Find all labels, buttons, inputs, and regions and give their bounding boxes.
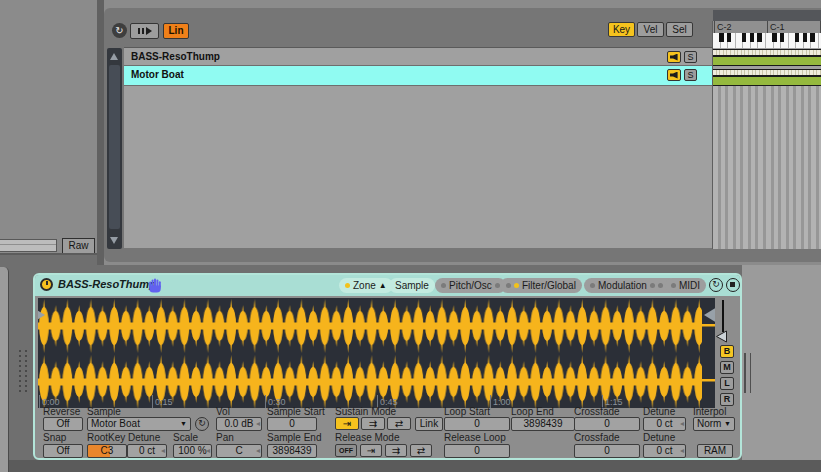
drag-arrow-icon: ◂ <box>161 446 165 456</box>
tab-sample[interactable]: Sample <box>389 278 435 293</box>
lin-fade-mode-button[interactable]: Lin <box>163 23 189 39</box>
octave-ruler[interactable]: C-2 C-1 C0 <box>713 21 821 33</box>
key-columns-background <box>713 86 821 249</box>
sustain-no-loop-button[interactable]: ⇥ <box>335 417 359 430</box>
vol-label: Vol <box>216 406 230 417</box>
ram-button[interactable]: RAM <box>697 444 733 458</box>
key-zone-range[interactable] <box>713 76 821 86</box>
interpol-selector[interactable]: Norm ▼ <box>693 417 735 431</box>
reverse-label: Reverse <box>43 406 80 417</box>
drag-arrow-icon: ◂ <box>256 419 260 429</box>
tab-midi[interactable]: MIDI <box>665 278 706 293</box>
waveform <box>38 298 715 408</box>
crossfade2-field[interactable]: 0 <box>574 444 640 458</box>
scrollbar-thumb[interactable] <box>109 65 120 229</box>
zone-row-name: Motor Boat <box>131 69 184 80</box>
collapse-zone-icon: ▲ <box>379 281 387 290</box>
release-loop-field[interactable]: 0 <box>444 444 510 458</box>
indicator-dot-active <box>514 283 519 288</box>
rootkey-field[interactable]: C3 <box>87 444 127 458</box>
release-off-button[interactable]: OFF <box>335 444 357 457</box>
reverse-toggle[interactable]: Off <box>43 417 83 431</box>
piano-keyboard[interactable] <box>713 33 821 48</box>
device-activator-icon[interactable] <box>40 278 53 291</box>
vol-field[interactable]: 0.0 dB◂ <box>216 417 262 431</box>
below-browser-area <box>0 255 97 265</box>
device-title-drag-handle[interactable] <box>19 350 27 392</box>
waveform-zoom-slider[interactable] <box>722 300 724 332</box>
detune2-field[interactable]: 0 ct◂ <box>643 444 686 458</box>
drag-arrow-icon: ◂ <box>206 446 210 456</box>
browser-preview-scrub-bar[interactable] <box>0 239 57 252</box>
auto-select-button[interactable] <box>130 23 159 39</box>
channel-right-button[interactable]: R <box>720 393 734 406</box>
zone-audition-button[interactable] <box>667 51 681 63</box>
channel-left-button[interactable]: L <box>720 377 734 390</box>
zone-scrollbar[interactable] <box>107 48 122 249</box>
dropdown-arrow-icon: ▼ <box>180 418 187 430</box>
indicator-dot <box>441 283 446 288</box>
device-title-bar[interactable]: BASS-ResoThump Zone ▲ <box>35 275 740 296</box>
sustain-pingpong-button[interactable]: ⇄ <box>387 417 411 430</box>
tab-pitch-osc-label: Pitch/Osc <box>449 280 492 291</box>
indicator-dot <box>658 283 663 288</box>
vel-zone-tab[interactable]: Vel <box>637 22 664 37</box>
sample-end-marker[interactable] <box>704 307 715 323</box>
preview-progress-line <box>0 244 56 245</box>
release-loop-label: Release Loop <box>444 432 506 443</box>
scroll-down-icon[interactable] <box>110 237 118 244</box>
device-view-resize-handle[interactable] <box>744 353 751 393</box>
sample-waveform-display[interactable]: 0:00 0:15 0:30 0:45 1:00 1:15 <box>38 298 715 408</box>
sample-selector[interactable]: Motor Boat ▼ <box>87 417 191 431</box>
hotswap-icon[interactable]: ↻ <box>112 23 127 38</box>
zone-row-selected[interactable]: Motor Boat S <box>124 66 713 86</box>
channel-mono-button[interactable]: M <box>720 361 734 374</box>
snap-toggle[interactable]: Off <box>43 444 83 458</box>
crossfade-field[interactable]: 0 <box>574 417 640 431</box>
zone-row-name: BASS-ResoThump <box>131 51 220 62</box>
hotswap-icon[interactable]: ↻ <box>709 278 723 292</box>
save-preset-icon[interactable] <box>726 278 740 292</box>
zone-audition-button[interactable] <box>667 69 681 81</box>
release-no-loop-button[interactable]: ⇥ <box>360 444 382 457</box>
sample-hotswap-icon[interactable]: ↻ <box>195 417 209 431</box>
zone-solo-button[interactable]: S <box>684 69 697 81</box>
sample-start-field[interactable]: 0 <box>267 417 317 431</box>
loop-end-field[interactable]: 3898439 <box>511 417 575 431</box>
link-button[interactable]: Link <box>415 417 443 431</box>
zone-map-header <box>713 10 821 21</box>
detune-field[interactable]: 0 ct◂ <box>643 417 686 431</box>
octave-label: C-1 <box>770 22 785 32</box>
hand-icon <box>148 278 162 293</box>
zone-row[interactable]: BASS-ResoThump S <box>124 48 713 66</box>
tab-pitch-osc[interactable]: Pitch/Osc <box>435 278 506 293</box>
release-pingpong-button[interactable]: ⇄ <box>410 444 432 457</box>
zone-crossfade-range[interactable] <box>713 69 821 76</box>
scroll-up-icon[interactable] <box>110 53 118 60</box>
octave-label: C-2 <box>717 22 732 32</box>
key-zone-range[interactable] <box>713 56 821 66</box>
sampler-zone-editor: ↻ Lin Key Vel Sel BASS-ResoThump S Motor… <box>104 8 821 262</box>
sample-name: Motor Boat <box>91 418 140 430</box>
device-title: BASS-ResoThump <box>58 278 156 290</box>
sel-zone-tab[interactable]: Sel <box>666 22 693 37</box>
release-loop-button[interactable]: ⇉ <box>385 444 407 457</box>
speaker-icon <box>670 54 678 61</box>
zone-crossfade-range[interactable] <box>713 49 821 56</box>
zone-solo-button[interactable]: S <box>684 51 697 63</box>
tab-modulation[interactable]: Modulation <box>584 278 677 293</box>
key-zone-tab[interactable]: Key <box>608 22 635 37</box>
rootkey-label: RootKey <box>87 432 125 443</box>
scale-field[interactable]: 100 %◂ <box>173 444 212 458</box>
tab-zone[interactable]: Zone ▲ <box>339 278 393 293</box>
channel-both-button[interactable]: B <box>720 345 734 358</box>
sample-end-field[interactable]: 3898439 <box>267 444 317 458</box>
zoom-slider-handle-icon[interactable] <box>715 330 728 343</box>
rootkey-detune-field[interactable]: 0 ct◂ <box>127 444 167 458</box>
tab-filter-global[interactable]: Filter/Global <box>500 278 582 293</box>
pan-field[interactable]: C◂ <box>216 444 262 458</box>
sustain-loop-button[interactable]: ⇉ <box>361 417 385 430</box>
sustain-mode-label: Sustain Mode <box>335 406 396 417</box>
sample-start-marker[interactable] <box>38 307 45 323</box>
loop-start-field[interactable]: 0 <box>444 417 510 431</box>
